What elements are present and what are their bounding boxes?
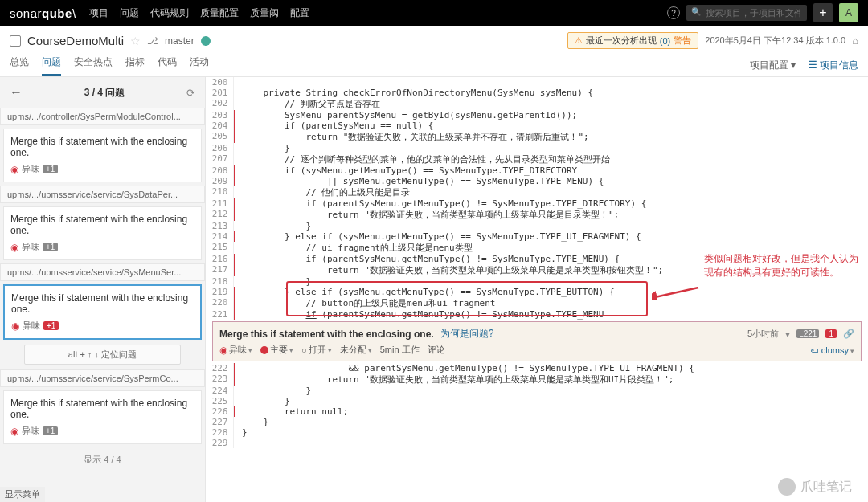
issues-sidebar: ← 3 / 4 问题 ⟳ upms/.../controller/SysPerm… xyxy=(0,77,206,502)
bottom-bar[interactable]: 显示菜单 xyxy=(0,487,45,502)
watermark: 爪哇笔记 xyxy=(778,478,852,496)
issue-message: Merge this if statement with the enclosi… xyxy=(219,329,434,340)
highlight-box xyxy=(286,281,648,316)
logo[interactable]: sonarqube\ xyxy=(10,6,76,20)
annotation-text: 类似问题相对好改，但是我个人认为 现有的结构具有更好的可读性。 xyxy=(704,252,858,280)
file-path[interactable]: upms/.../upmsservice/service/SysPermCo..… xyxy=(0,369,205,387)
nav-quality-profiles[interactable]: 质量配置 xyxy=(200,6,239,20)
code-pane[interactable]: 200201 private String checkErrorOfNonDir… xyxy=(206,77,868,502)
issue-card[interactable]: Merge this if statement with the enclosi… xyxy=(3,390,202,444)
file-path[interactable]: upms/.../controller/SysPermModuleControl… xyxy=(0,108,205,125)
smell-icon: ◉ xyxy=(10,426,18,437)
status-dropdown[interactable]: 打开 xyxy=(309,344,332,356)
issue-card-selected[interactable]: Merge this if statement with the enclosi… xyxy=(3,284,202,340)
issue-card[interactable]: Merge this if statement with the enclosi… xyxy=(3,206,202,260)
top-nav: 项目 问题 代码规则 质量配置 质量阈 配置 xyxy=(89,6,667,20)
back-icon[interactable]: ← xyxy=(10,85,23,100)
star-icon[interactable]: ☆ xyxy=(130,35,141,47)
issue-counter: 3 / 4 问题 xyxy=(84,86,125,100)
project-header: CourseDemoMulti ☆ ⎇ master ⚠ 最近一次分析出现 (0… xyxy=(0,26,868,77)
project-icon xyxy=(10,35,21,47)
severity-dropdown[interactable]: 主要 xyxy=(270,344,293,356)
file-path[interactable]: upms/.../upmsservice/service/SysDataPer.… xyxy=(0,186,205,203)
tab-code[interactable]: 代码 xyxy=(158,55,177,76)
issue-time: 5小时前 xyxy=(747,328,779,340)
smell-icon: ◉ xyxy=(219,345,227,356)
tab-activity[interactable]: 活动 xyxy=(190,55,209,76)
svg-line-0 xyxy=(655,288,698,297)
tag-clumsy[interactable]: clumsy xyxy=(811,345,854,355)
search-input[interactable] xyxy=(686,5,807,21)
project-info-link[interactable]: ☰ 项目信息 xyxy=(809,59,858,72)
nav-admin[interactable]: 配置 xyxy=(290,6,309,20)
type-dropdown[interactable]: 异味 xyxy=(229,344,252,356)
nav-issues[interactable]: 问题 xyxy=(120,6,139,20)
watermark-icon xyxy=(778,478,796,496)
line-badge: L221 xyxy=(796,329,819,338)
issue-card[interactable]: Merge this if statement with the enclosi… xyxy=(3,129,202,182)
nav-projects[interactable]: 项目 xyxy=(89,6,108,20)
nav-quality-gates[interactable]: 质量阈 xyxy=(250,6,279,20)
project-name[interactable]: CourseDemoMulti xyxy=(27,34,124,47)
help-icon[interactable]: ? xyxy=(667,6,680,19)
severity-icon xyxy=(260,346,268,354)
file-path[interactable]: upms/.../upmsservice/service/SysMenuSer.… xyxy=(0,263,205,281)
project-config-link[interactable]: 项目配置 ▾ xyxy=(750,59,796,72)
avatar[interactable]: A xyxy=(839,3,858,22)
tab-issues[interactable]: 问题 xyxy=(42,55,61,76)
add-button[interactable]: + xyxy=(813,3,833,22)
warning-box[interactable]: ⚠ 最近一次分析出现 (0) 警告 xyxy=(567,32,698,49)
inline-issue-detail: Merge this if statement with the enclosi… xyxy=(212,321,862,361)
smell-icon: ◉ xyxy=(10,242,18,253)
smell-icon: ◉ xyxy=(11,320,19,332)
arrow-icon xyxy=(652,284,700,300)
assign-dropdown[interactable]: 未分配 xyxy=(340,344,372,356)
home-icon[interactable]: ⌂ xyxy=(852,35,858,47)
comment-link[interactable]: 评论 xyxy=(428,344,445,356)
reload-icon[interactable]: ⟳ xyxy=(186,87,195,99)
sidebar-footer: 显示 4 / 4 xyxy=(0,447,205,472)
tab-hotspots[interactable]: 安全热点 xyxy=(74,55,113,76)
topbar: sonarqube\ 项目 问题 代码规则 质量配置 质量阈 配置 ? + A xyxy=(0,0,868,26)
main: ← 3 / 4 问题 ⟳ upms/.../controller/SysPerm… xyxy=(0,77,868,502)
smell-icon: ◉ xyxy=(10,164,18,175)
tab-measures[interactable]: 指标 xyxy=(125,55,145,76)
project-tabs: 总览 问题 安全热点 指标 代码 活动 xyxy=(10,55,209,76)
count-badge: 1 xyxy=(825,329,837,338)
permalink-icon[interactable]: 🔗 xyxy=(843,329,854,339)
nav-rules[interactable]: 代码规则 xyxy=(150,6,189,20)
why-link[interactable]: 为何是问题? xyxy=(440,327,494,341)
timestamp: 2020年5月4日 下午12:34 版本 1.0.0 xyxy=(705,35,845,47)
effort-label: 5min 工作 xyxy=(380,344,420,356)
quality-gate-badge xyxy=(201,36,211,46)
branch-name[interactable]: master xyxy=(165,35,194,47)
keyboard-hint: alt + ↑ ↓ 定位问题 xyxy=(24,345,181,365)
tab-overview[interactable]: 总览 xyxy=(10,55,29,76)
branch-icon: ⎇ xyxy=(147,35,158,47)
